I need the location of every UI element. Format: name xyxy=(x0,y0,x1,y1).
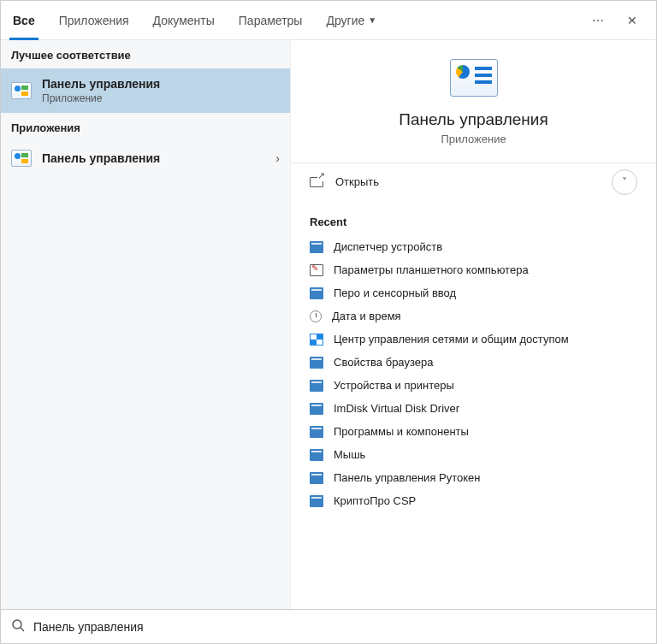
control-panel-icon xyxy=(11,82,32,99)
apps-header: Приложения xyxy=(1,113,290,141)
recent-item-label: Дата и время xyxy=(332,310,401,322)
recent-item-label: ImDisk Virtual Disk Driver xyxy=(334,402,459,415)
recent-item-label: Мышь xyxy=(334,448,365,461)
search-window: Все Приложения Документы Параметры Други… xyxy=(0,0,657,644)
tab-label: Документы xyxy=(153,14,215,27)
tab-label: Приложения xyxy=(59,14,129,27)
recent-item-icon xyxy=(310,472,323,484)
recent-item-label: Устройства и принтеры xyxy=(334,379,454,392)
recent-item[interactable]: Диспетчер устройств xyxy=(310,235,637,258)
recent-item[interactable]: Программы и компоненты xyxy=(310,420,637,443)
tab-more[interactable]: Другие▼ xyxy=(314,1,388,40)
search-bar[interactable] xyxy=(1,609,656,643)
caret-down-icon: ▼ xyxy=(368,15,376,25)
recent-item[interactable]: ImDisk Virtual Disk Driver xyxy=(310,397,637,420)
recent-item[interactable]: Устройства и принтеры xyxy=(310,374,637,397)
recent-item-label: Диспетчер устройств xyxy=(334,240,442,253)
recent-item[interactable]: Дата и время xyxy=(310,304,637,328)
preview-header: Панель управления Приложение xyxy=(291,40,656,163)
tab-all[interactable]: Все xyxy=(1,1,47,40)
results-pane: Лучшее соответствие Панель управления Пр… xyxy=(1,40,290,609)
open-label: Открыть xyxy=(335,175,379,188)
recent-item-label: Центр управления сетями и общим доступом xyxy=(334,333,569,346)
search-input[interactable] xyxy=(33,620,646,634)
close-button[interactable]: ✕ xyxy=(615,3,649,38)
result-subtitle: Приложение xyxy=(42,92,160,104)
svg-line-1 xyxy=(21,628,24,631)
recent-item-icon xyxy=(310,403,323,415)
app-result[interactable]: Панель управления › xyxy=(1,141,290,175)
svg-point-0 xyxy=(13,620,21,629)
search-icon xyxy=(11,618,25,635)
recent-item-label: КриптоПро CSP xyxy=(334,494,416,507)
recent-item[interactable]: Центр управления сетями и общим доступом xyxy=(310,328,637,351)
open-action[interactable]: Открыть ˅ xyxy=(291,163,656,200)
recent-item[interactable]: Мышь xyxy=(310,443,637,466)
best-match-result[interactable]: Панель управления Приложение xyxy=(1,68,290,113)
preview-subtitle: Приложение xyxy=(441,133,506,145)
result-title: Панель управления xyxy=(42,77,160,91)
recent-item-label: Панель управления Рутокен xyxy=(334,471,481,484)
tab-docs[interactable]: Документы xyxy=(141,1,227,40)
recent-item-icon xyxy=(310,241,323,253)
expand-button[interactable]: ˅ xyxy=(612,169,637,195)
preview-title: Панель управления xyxy=(399,110,548,129)
recent-item-icon xyxy=(310,380,323,392)
recent-header: Recent xyxy=(310,216,637,228)
recent-item-label: Параметры планшетного компьютера xyxy=(334,263,529,276)
recent-list: Диспетчер устройствПараметры планшетного… xyxy=(310,235,637,512)
recent-section: Recent Диспетчер устройствПараметры план… xyxy=(291,200,656,609)
tab-label: Все xyxy=(13,14,35,27)
recent-item-icon xyxy=(310,264,323,276)
recent-item-icon xyxy=(310,310,322,322)
recent-item[interactable]: Параметры планшетного компьютера xyxy=(310,258,637,281)
tab-label: Параметры xyxy=(239,14,303,27)
recent-item-label: Свойства браузера xyxy=(334,356,433,369)
recent-item-label: Перо и сенсорный ввод xyxy=(334,287,456,299)
preview-pane: Панель управления Приложение Открыть ˅ R… xyxy=(290,40,656,609)
recent-item-icon xyxy=(310,426,323,438)
best-match-header: Лучшее соответствие xyxy=(1,40,290,68)
recent-item-label: Программы и компоненты xyxy=(334,425,469,438)
recent-item[interactable]: КриптоПро CSP xyxy=(310,489,637,512)
tab-label: Другие xyxy=(326,14,364,27)
chevron-down-icon: ˅ xyxy=(622,176,627,188)
tabs-header: Все Приложения Документы Параметры Други… xyxy=(1,1,656,40)
control-panel-large-icon xyxy=(450,59,498,97)
open-icon xyxy=(310,177,323,187)
recent-item-icon xyxy=(310,287,323,299)
result-title: Панель управления xyxy=(42,151,160,165)
recent-item[interactable]: Перо и сенсорный ввод xyxy=(310,281,637,304)
recent-item[interactable]: Панель управления Рутокен xyxy=(310,466,637,489)
tab-settings[interactable]: Параметры xyxy=(227,1,315,40)
recent-item-icon xyxy=(310,357,323,369)
recent-item[interactable]: Свойства браузера xyxy=(310,351,637,374)
tab-apps[interactable]: Приложения xyxy=(47,1,141,40)
recent-item-icon xyxy=(310,495,323,507)
content-area: Лучшее соответствие Панель управления Пр… xyxy=(1,40,656,609)
control-panel-icon xyxy=(11,150,32,167)
chevron-right-icon: › xyxy=(275,151,280,165)
more-options-button[interactable]: ⋯ xyxy=(581,3,615,38)
recent-item-icon xyxy=(310,334,323,346)
recent-item-icon xyxy=(310,449,323,461)
